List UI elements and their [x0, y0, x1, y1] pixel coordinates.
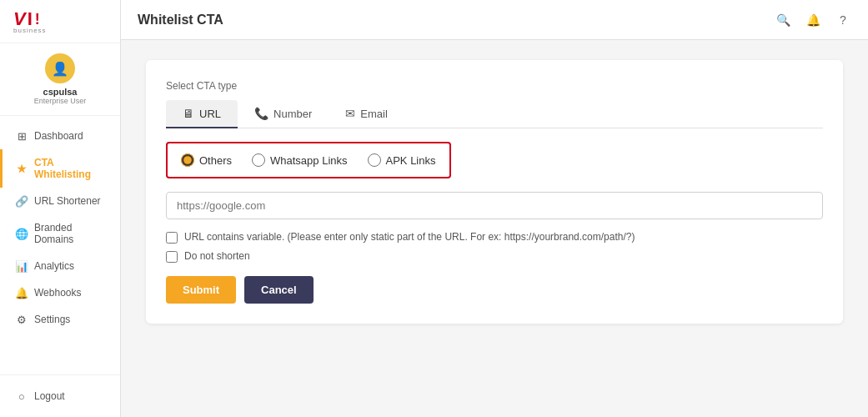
tab-number-label: Number	[273, 108, 312, 120]
avatar: 👤	[45, 53, 75, 83]
email-tab-icon: ✉	[345, 107, 355, 120]
url-variable-label: URL contains variable. (Please enter onl…	[184, 231, 635, 243]
cancel-button[interactable]: Cancel	[244, 276, 314, 304]
tab-url[interactable]: 🖥 URL	[166, 100, 238, 128]
header-icons: 🔍 🔔 ?	[775, 12, 851, 28]
sidebar-item-label: Branded Domains	[34, 222, 107, 245]
help-icon[interactable]: ?	[835, 12, 851, 28]
sidebar-item-url-shortener[interactable]: 🔗 URL Shortener	[0, 188, 120, 214]
tab-email-label: Email	[360, 108, 388, 120]
settings-icon: ⚙	[16, 314, 28, 325]
button-group: Submit Cancel	[166, 276, 823, 304]
sidebar-bottom: ○ Logout	[0, 374, 120, 417]
sidebar-item-dashboard[interactable]: ⊞ Dashboard	[0, 123, 120, 149]
sidebar-item-cta-whitelisting[interactable]: ★ CTA Whitelisting	[0, 149, 120, 188]
url-icon: 🔗	[16, 195, 28, 207]
logo: V I !	[13, 10, 107, 28]
cta-type-tabs: 🖥 URL 📞 Number ✉ Email	[166, 100, 823, 128]
logo-v: V	[13, 10, 26, 28]
radio-apk[interactable]: APK Links	[368, 153, 436, 167]
sidebar-item-analytics[interactable]: 📊 Analytics	[0, 253, 120, 279]
sidebar-item-logout[interactable]: ○ Logout	[13, 385, 107, 407]
radio-apk-input[interactable]	[368, 153, 381, 167]
radio-whatsapp-input[interactable]	[252, 153, 265, 167]
cta-type-label: Select CTA type	[166, 80, 823, 92]
url-input[interactable]	[166, 192, 823, 219]
url-field	[166, 192, 823, 219]
checkbox-group: URL contains variable. (Please enter onl…	[166, 231, 823, 263]
search-icon[interactable]: 🔍	[775, 12, 791, 28]
bell-icon[interactable]: 🔔	[805, 12, 821, 28]
webhooks-icon: 🔔	[16, 287, 28, 299]
form-card: Select CTA type 🖥 URL 📞 Number ✉ Email	[146, 60, 843, 324]
sidebar-item-webhooks[interactable]: 🔔 Webhooks	[0, 279, 120, 306]
dashboard-icon: ⊞	[16, 130, 28, 142]
url-variable-checkbox[interactable]	[166, 232, 178, 244]
sidebar-item-label: Dashboard	[34, 130, 83, 142]
radio-others[interactable]: Others	[181, 153, 232, 167]
sidebar-item-label: URL Shortener	[34, 195, 101, 207]
page-title: Whitelist CTA	[138, 13, 223, 28]
radio-others-input[interactable]	[181, 153, 194, 167]
sidebar-item-label: Webhooks	[34, 287, 81, 299]
logo-exclaim: !	[35, 11, 40, 28]
url-tab-icon: 🖥	[183, 107, 194, 120]
radio-whatsapp-label: Whatsapp Links	[270, 154, 348, 167]
user-role: Enterprise User	[34, 97, 87, 105]
do-not-shorten-label: Do not shorten	[184, 250, 250, 262]
domain-icon: 🌐	[16, 228, 28, 239]
sidebar-logo: V I ! business	[0, 0, 120, 43]
user-section: 👤 cspulsa Enterprise User	[0, 43, 120, 116]
sidebar-item-label: Settings	[34, 314, 70, 325]
sidebar: V I ! business 👤 cspulsa Enterprise User…	[0, 0, 121, 417]
radio-apk-label: APK Links	[386, 154, 436, 167]
tab-url-label: URL	[199, 108, 221, 120]
radio-others-label: Others	[199, 154, 232, 167]
checkbox-url-variable[interactable]: URL contains variable. (Please enter onl…	[166, 231, 823, 244]
cta-icon: ★	[16, 163, 28, 174]
content-area: Select CTA type 🖥 URL 📞 Number ✉ Email	[121, 40, 868, 417]
sidebar-item-settings[interactable]: ⚙ Settings	[0, 306, 120, 333]
logout-label: Logout	[34, 390, 65, 402]
sidebar-nav: ⊞ Dashboard ★ CTA Whitelisting 🔗 URL Sho…	[0, 116, 120, 374]
checkbox-do-not-shorten[interactable]: Do not shorten	[166, 250, 823, 263]
header: Whitelist CTA 🔍 🔔 ?	[121, 0, 868, 40]
radio-whatsapp[interactable]: Whatsapp Links	[252, 153, 348, 167]
number-tab-icon: 📞	[254, 107, 268, 120]
sidebar-item-label: Analytics	[34, 260, 74, 272]
logout-icon: ○	[16, 390, 28, 402]
main-content: Whitelist CTA 🔍 🔔 ? Select CTA type 🖥 UR…	[121, 0, 868, 417]
sidebar-item-label: CTA Whitelisting	[34, 157, 107, 180]
analytics-icon: 📊	[16, 260, 28, 272]
submit-button[interactable]: Submit	[166, 276, 236, 304]
tab-number[interactable]: 📞 Number	[238, 100, 329, 128]
logo-i: I	[28, 10, 33, 28]
user-name: cspulsa	[43, 87, 78, 97]
tab-email[interactable]: ✉ Email	[329, 100, 404, 128]
logo-business: business	[13, 27, 107, 34]
radio-group: Others Whatsapp Links APK Links	[166, 142, 451, 178]
do-not-shorten-checkbox[interactable]	[166, 251, 178, 263]
sidebar-item-branded-domains[interactable]: 🌐 Branded Domains	[0, 214, 120, 253]
